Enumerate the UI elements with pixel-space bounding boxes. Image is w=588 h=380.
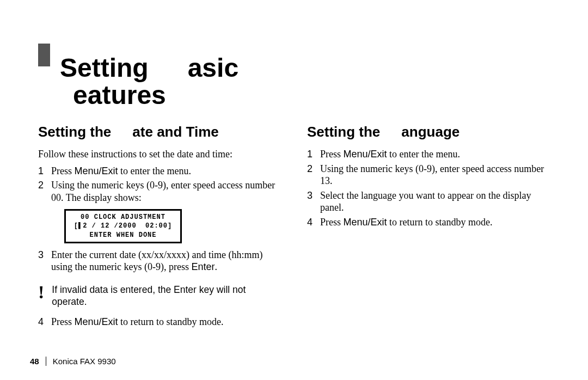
lcd-screen: 00 CLOCK ADJUSTMENT [▌2 / 12 /2000 02:00… (64, 209, 182, 243)
text-part: Press (51, 316, 75, 327)
step-1: 1 Press Menu/Exit to enter the menu. (307, 148, 550, 161)
step-number: 3 (38, 249, 46, 273)
step-2: 2 Using the numeric keys (0-9), enter sp… (38, 179, 281, 204)
step-number: 2 (38, 179, 46, 204)
chapter-title: Setting asic eatures (60, 54, 550, 109)
page: Setting asic eatures Setting the ate and… (0, 0, 588, 380)
step-number: 3 (307, 189, 315, 214)
text-part: Enter the current date (xx/xx/xxxx) and … (51, 249, 262, 273)
step-3: 3 Select the language you want to appear… (307, 189, 550, 214)
lcd-line-2: [▌2 / 12 /2000 02:00] (71, 222, 175, 230)
content-columns: Setting the ate and Time Follow these in… (38, 123, 550, 330)
page-number: 48 (30, 357, 46, 366)
caution-text: If invalid data is entered, the Enter ke… (52, 284, 281, 308)
step-text: Press Menu/Exit to enter the menu. (320, 148, 550, 161)
text-part: Press (51, 166, 75, 176)
right-column: Setting the anguage 1 Press Menu/Exit to… (307, 123, 550, 330)
keyword-menu-exit: Menu/Exit (344, 217, 387, 228)
step-3: 3 Enter the current date (xx/xx/xxxx) an… (38, 249, 281, 273)
page-footer: 48 Konica FAX 9930 (30, 357, 116, 366)
left-column: Setting the ate and Time Follow these in… (38, 123, 281, 330)
intro-text: Follow these instructions to set the dat… (38, 148, 281, 161)
step-text: Press Menu/Exit to enter the menu. (51, 165, 281, 177)
step-number: 1 (307, 148, 315, 161)
keyword-enter: Enter (191, 261, 215, 272)
step-number: 1 (38, 165, 46, 177)
chapter-title-line-2: eatures (60, 82, 550, 109)
text-part: to enter the menu. (387, 149, 460, 160)
step-4: 4 Press Menu/Exit to return to standby m… (38, 316, 281, 328)
step-1: 1 Press Menu/Exit to enter the menu. (38, 165, 281, 177)
text-part: to return to standby mode. (387, 217, 493, 228)
text-part: to return to standby mode. (118, 316, 224, 327)
lcd-display: 00 CLOCK ADJUSTMENT [▌2 / 12 /2000 02:00… (64, 209, 281, 243)
steps-date-time-cont: 3 Enter the current date (xx/xx/xxxx) an… (38, 249, 281, 273)
steps-date-time-end: 4 Press Menu/Exit to return to standby m… (38, 316, 281, 328)
steps-language: 1 Press Menu/Exit to enter the menu. 2 U… (307, 148, 550, 228)
heading-language: Setting the anguage (307, 123, 550, 141)
step-4: 4 Press Menu/Exit to return to standby m… (307, 216, 550, 229)
thumb-tab-icon (38, 44, 50, 66)
text-part: Press (320, 217, 344, 228)
step-text: Select the language you want to appear o… (320, 189, 550, 214)
step-text: Using the numeric keys (0-9), enter spee… (320, 163, 550, 187)
step-text: Press Menu/Exit to return to standby mod… (51, 316, 281, 328)
step-number: 4 (38, 316, 46, 328)
text-part: Press (320, 149, 344, 160)
step-text: Enter the current date (xx/xx/xxxx) and … (51, 249, 281, 273)
chapter-title-line-1: Setting asic (60, 54, 550, 82)
step-number: 2 (307, 163, 315, 187)
keyword-menu-exit: Menu/Exit (75, 316, 118, 327)
caution-note: ! If invalid data is entered, the Enter … (38, 284, 281, 308)
step-text: Using the numeric keys (0-9), enter spee… (51, 179, 281, 204)
step-2: 2 Using the numeric keys (0-9), enter sp… (307, 163, 550, 187)
steps-date-time: 1 Press Menu/Exit to enter the menu. 2 U… (38, 165, 281, 204)
lcd-line-1: 00 CLOCK ADJUSTMENT (71, 213, 175, 222)
text-part: . (215, 261, 217, 272)
text-part: to enter the menu. (118, 166, 191, 176)
lcd-line-3: ENTER WHEN DONE (71, 231, 175, 240)
document-name: Konica FAX 9930 (53, 357, 116, 366)
step-number: 4 (307, 216, 315, 229)
step-text: Press Menu/Exit to return to standby mod… (320, 216, 550, 229)
keyword-menu-exit: Menu/Exit (344, 149, 387, 160)
keyword-menu-exit: Menu/Exit (75, 166, 118, 176)
heading-date-time: Setting the ate and Time (38, 123, 281, 141)
caution-icon: ! (38, 284, 44, 301)
